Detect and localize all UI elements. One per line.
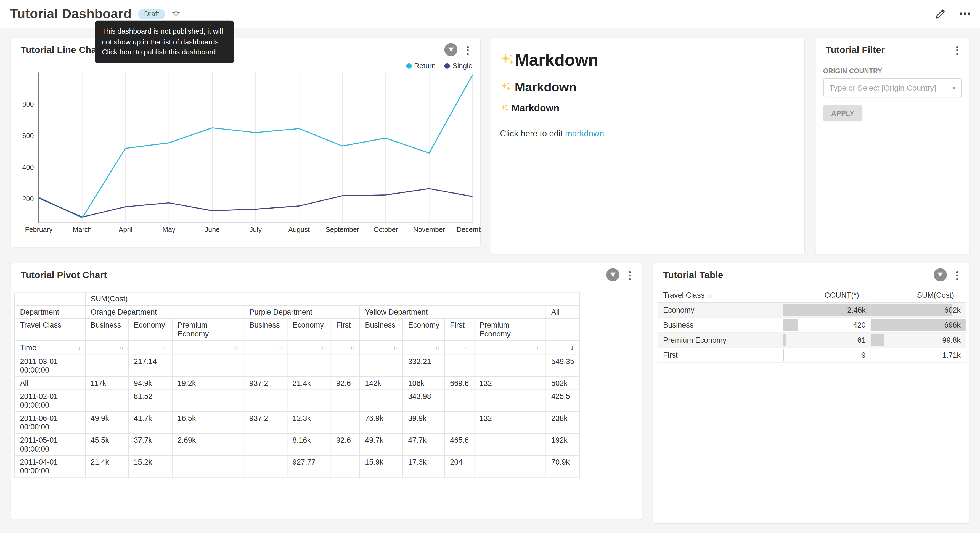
sort-toggle-icon[interactable]: ↑↓ — [119, 345, 123, 351]
kebab-menu-icon[interactable] — [625, 268, 633, 282]
cell-value: 420 — [788, 320, 866, 329]
pivot-row-label: 2011-06-01 00:00:00 — [14, 412, 85, 434]
table-header-sum-cost-[interactable]: SUM(Cost)↑↓ — [871, 288, 966, 302]
sort-toggle-icon[interactable]: ↑↓ — [277, 345, 282, 351]
pivot-value-cell: 39.9k — [403, 412, 445, 434]
pivot-sort-cell: ↑↓ — [287, 340, 331, 355]
pivot-value-cell: 204 — [445, 455, 474, 477]
sort-toggle-icon[interactable]: ↑↓ — [350, 345, 355, 351]
travel-class-cell: First — [658, 348, 783, 362]
sort-toggle-icon[interactable]: ↑↓ — [862, 293, 866, 299]
unpublished-tooltip[interactable]: This dashboard is not published, it will… — [95, 21, 234, 63]
markdown-edit-link[interactable]: markdown — [565, 129, 604, 138]
draft-badge[interactable]: Draft — [138, 8, 165, 19]
count-cell: 9 — [783, 348, 871, 362]
pivot-value-cell: 49.9k — [85, 412, 128, 434]
pivot-value-cell: 49.7k — [360, 434, 403, 455]
pivot-value-cell: 19.2k — [172, 377, 244, 390]
pivot-row: 2011-02-01 00:00:0081.52343.98425.5 — [14, 390, 579, 412]
pivot-value-cell — [445, 390, 474, 412]
more-options-icon[interactable] — [959, 10, 970, 18]
edit-pencil-icon[interactable] — [934, 8, 946, 20]
pivot-department-label: Department — [14, 305, 85, 319]
tooltip-line: This dashboard is not published, it will — [102, 26, 227, 37]
x-axis-label: September — [326, 226, 359, 233]
pivot-sort-cell: ↑↓ — [331, 340, 360, 355]
x-axis-label: November — [413, 226, 445, 233]
kebab-menu-icon[interactable] — [953, 43, 961, 57]
x-axis-label: May — [162, 226, 176, 233]
pivot-value-cell: 92.6 — [331, 377, 360, 390]
cell-value: 99.8k — [876, 335, 961, 345]
pivot-value-cell — [244, 355, 287, 377]
pivot-travel-class-header: Premium Economy — [474, 319, 546, 340]
pivot-value-cell: 21.4k — [287, 377, 331, 390]
origin-country-select[interactable]: Type or Select [Origin Country] ▾ — [823, 78, 962, 97]
pivot-value-cell: 92.6 — [331, 434, 360, 455]
pivot-travel-class-header: Business — [244, 319, 287, 340]
cell-value: 602k — [876, 305, 961, 314]
pivot-value-cell: 117k — [85, 377, 128, 390]
filter-funnel-icon[interactable] — [934, 268, 947, 281]
table-header-count-[interactable]: COUNT(*)↑↓ — [783, 288, 871, 302]
y-axis-label: 200 — [22, 195, 34, 203]
sparkles-icon — [500, 104, 509, 113]
sort-toggle-icon[interactable]: ↑↓ — [393, 345, 398, 351]
column-header-label: Travel Class — [663, 291, 705, 300]
pivot-travel-class-header — [546, 319, 580, 340]
pivot-value-cell — [244, 390, 287, 412]
y-axis-label: 800 — [22, 100, 34, 108]
x-axis-label: February — [25, 226, 53, 233]
sort-toggle-icon[interactable]: ↑↓ — [76, 345, 80, 351]
sort-toggle-icon[interactable]: ↑↓ — [162, 345, 167, 351]
pivot-value-cell — [172, 455, 244, 477]
pivot-value-cell: 15.9k — [360, 455, 403, 477]
pivot-value-cell: 81.52 — [128, 390, 172, 412]
chevron-down-icon: ▾ — [952, 85, 955, 91]
pivot-value-cell — [85, 355, 128, 377]
sparkles-icon — [500, 81, 511, 93]
pivot-value-cell: 669.6 — [445, 377, 474, 390]
pivot-sort-cell: ↑↓ — [172, 340, 244, 355]
pivot-value-cell — [331, 355, 360, 377]
sort-toggle-icon[interactable]: ↑↓ — [465, 345, 469, 351]
kebab-menu-icon[interactable] — [953, 268, 961, 282]
sort-toggle-icon[interactable]: ↑↓ — [234, 345, 239, 351]
table-card: Tutorial Table Travel Class↑↓COUNT(*)↑↓S… — [652, 263, 970, 524]
x-axis-label: April — [119, 226, 132, 233]
x-axis-label: August — [288, 226, 310, 233]
pivot-value-cell — [244, 434, 287, 455]
table-header-travel-class[interactable]: Travel Class↑↓ — [658, 288, 783, 302]
filter-funnel-icon[interactable] — [444, 43, 458, 56]
pivot-value-cell: 332.21 — [403, 355, 445, 377]
markdown-h3: Markdown — [500, 102, 794, 114]
pivot-travel-class-header: Business — [85, 319, 128, 340]
pivot-value-cell: 15.2k — [128, 455, 172, 477]
sum-cost-cell: 602k — [871, 302, 966, 317]
pivot-time-label: Time — [20, 343, 36, 352]
apply-button[interactable]: APPLY — [823, 105, 863, 121]
pivot-value-cell — [172, 355, 244, 377]
favorite-star-icon[interactable]: ☆ — [172, 9, 180, 19]
sort-desc-icon[interactable]: ↓ — [571, 343, 574, 352]
sort-toggle-icon[interactable]: ↑↓ — [956, 293, 961, 299]
y-axis-label: 400 — [22, 163, 34, 171]
sort-toggle-icon[interactable]: ↑↓ — [707, 293, 711, 299]
cell-value: 696k — [876, 320, 961, 329]
sort-toggle-icon[interactable]: ↑↓ — [536, 345, 541, 351]
sort-toggle-icon[interactable]: ↑↓ — [435, 345, 439, 351]
sparkles-icon — [500, 53, 515, 67]
pivot-travel-class-header: Economy — [128, 319, 172, 340]
table-body: Travel Class↑↓COUNT(*)↑↓SUM(Cost)↑↓Econo… — [658, 288, 964, 362]
line-chart-title: Tutorial Line Chart — [21, 45, 103, 55]
pivot-sort-cell: ↑↓ — [360, 340, 403, 355]
sort-toggle-icon[interactable]: ↑↓ — [321, 345, 326, 351]
table-row: Business420696k — [658, 317, 966, 332]
kebab-menu-icon[interactable] — [464, 43, 471, 57]
pivot-travel-class-header: Premium Economy — [172, 319, 244, 340]
pivot-value-cell: 937.2 — [244, 377, 287, 390]
sum-cost-cell: 1.71k — [871, 348, 966, 362]
filter-funnel-icon[interactable] — [606, 268, 619, 281]
page-title: Tutorial Dashboard — [10, 6, 131, 21]
cell-value: 1.71k — [876, 351, 961, 359]
